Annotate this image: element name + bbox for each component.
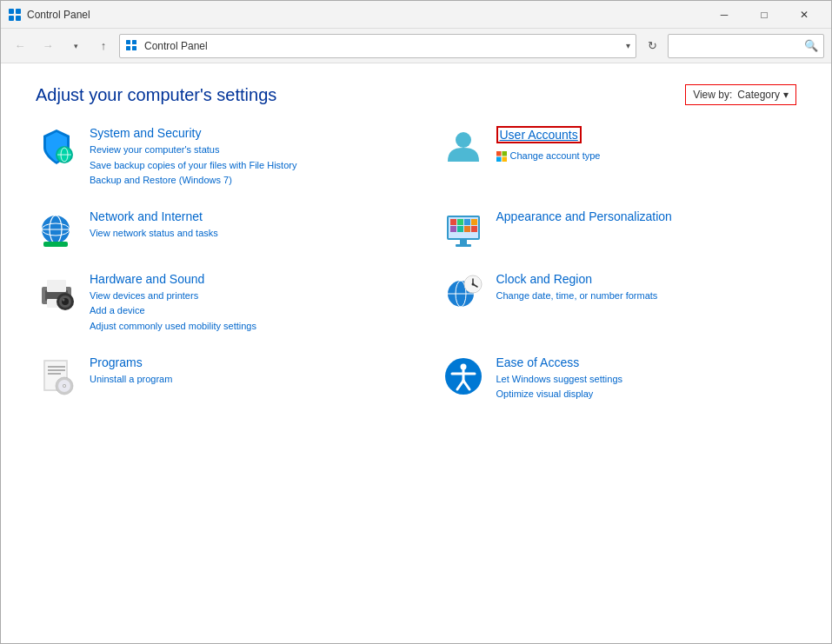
network-internet-icon [36,209,77,251]
search-input[interactable] [674,40,804,52]
user-accounts-link-1[interactable]: Change account type [510,149,601,164]
search-bar[interactable]: 🔍 [668,34,824,58]
category-user-accounts: User Accounts Change account type [443,126,797,189]
page-title: Adjust your computer's settings [36,85,276,105]
svg-rect-26 [464,219,470,225]
appearance-content: Appearance and Personalization [496,209,797,226]
title-bar-controls: ─ □ ✕ [704,1,824,29]
svg-rect-15 [496,156,502,162]
category-system-security: System and Security Review your computer… [36,126,390,189]
title-bar-left: Control Panel [8,8,90,22]
maximize-button[interactable]: □ [744,1,784,29]
minimize-button[interactable]: ─ [704,1,744,29]
clock-region-content: Clock and Region Change date, time, or n… [496,272,797,304]
svg-point-41 [63,298,65,301]
programs-title[interactable]: Programs [90,355,390,369]
hardware-sound-content: Hardware and Sound View devices and prin… [90,272,390,335]
nav-bar: ← → ▾ ↑ Control Panel ▾ ↻ 🔍 [1,29,831,63]
clock-region-icon [443,272,484,314]
system-security-link-2[interactable]: Save backup copies of your files with Fi… [90,158,390,174]
svg-rect-14 [502,151,507,156]
svg-rect-21 [43,242,68,247]
ease-of-access-link-2[interactable]: Optimize visual display [496,387,797,402]
network-internet-title[interactable]: Network and Internet [90,209,390,223]
up-button[interactable]: ↑ [91,34,116,58]
svg-rect-24 [450,219,456,225]
address-text: Control Panel [144,40,621,52]
up-icon: ↑ [101,39,107,52]
view-by-dropdown-icon: ▾ [783,89,789,101]
hardware-sound-link-2[interactable]: Add a device [90,303,390,319]
system-security-link-3[interactable]: Backup and Restore (Windows 7) [90,173,390,189]
svg-point-58 [63,385,65,387]
view-by-label: View by: [693,89,732,101]
svg-point-12 [456,132,471,148]
svg-rect-29 [457,226,463,232]
clock-region-link-1[interactable]: Change date, time, or number formats [496,289,797,304]
svg-rect-2 [9,16,14,21]
back-icon: ← [15,39,26,52]
back-button[interactable]: ← [8,34,32,58]
forward-icon: → [43,39,54,52]
address-bar-icon [125,39,139,53]
programs-link-1[interactable]: Uninstall a program [90,372,390,388]
svg-rect-1 [16,9,21,14]
svg-rect-27 [471,219,477,225]
address-dropdown-icon[interactable]: ▾ [626,41,630,50]
svg-rect-36 [47,280,66,292]
address-bar[interactable]: Control Panel ▾ [119,34,636,58]
appearance-title[interactable]: Appearance and Personalization [496,209,797,223]
category-ease-of-access: Ease of Access Let Windows suggest setti… [443,355,797,402]
system-security-title[interactable]: System and Security [90,126,390,140]
svg-rect-25 [457,219,463,225]
hardware-sound-title[interactable]: Hardware and Sound [90,272,390,286]
window-title: Control Panel [27,9,90,21]
hardware-sound-link-3[interactable]: Adjust commonly used mobility settings [90,319,390,335]
main-content: Adjust your computer's settings View by:… [1,63,831,643]
network-internet-link-1[interactable]: View network status and tasks [90,226,390,242]
view-by-dropdown[interactable]: Category ▾ [737,89,789,101]
hardware-sound-icon [36,272,77,314]
svg-rect-33 [456,244,471,247]
system-security-link-1[interactable]: Review your computer's status [90,143,390,158]
window-icon [8,8,22,22]
ease-of-access-content: Ease of Access Let Windows suggest setti… [496,355,797,402]
svg-rect-3 [16,16,21,21]
network-internet-content: Network and Internet View network status… [90,209,390,242]
user-accounts-title[interactable]: User Accounts [496,126,582,143]
svg-rect-0 [9,9,14,14]
appearance-icon [443,209,484,251]
svg-rect-4 [126,40,130,44]
svg-rect-31 [471,226,477,232]
refresh-button[interactable]: ↻ [640,34,664,58]
svg-rect-5 [132,40,136,44]
svg-rect-28 [450,226,456,232]
clock-region-title[interactable]: Clock and Region [496,272,797,286]
search-icon: 🔍 [804,39,818,52]
dropdown-icon: ▾ [74,42,78,50]
svg-rect-32 [460,240,467,244]
control-panel-window: Control Panel ─ □ ✕ ← → ▾ ↑ [0,0,832,644]
hardware-sound-link-1[interactable]: View devices and printers [90,289,390,304]
close-button[interactable]: ✕ [784,1,824,29]
user-accounts-content: User Accounts Change account type [496,126,797,164]
windows-logo-icon [496,151,507,162]
category-network-internet: Network and Internet View network status… [36,209,390,251]
user-accounts-icon [443,126,484,168]
dropdown-button[interactable]: ▾ [63,34,88,58]
svg-rect-6 [126,46,130,50]
svg-rect-30 [464,226,470,232]
refresh-icon: ↻ [648,39,657,52]
ease-of-access-link-1[interactable]: Let Windows suggest settings [496,372,797,388]
title-bar: Control Panel ─ □ ✕ [1,1,831,29]
svg-point-49 [471,282,474,285]
view-by-control[interactable]: View by: Category ▾ [685,84,796,105]
svg-rect-16 [502,156,507,162]
category-clock-region: Clock and Region Change date, time, or n… [443,272,797,335]
categories-grid: System and Security Review your computer… [36,126,796,423]
forward-button[interactable]: → [36,34,60,58]
svg-rect-7 [132,46,136,50]
ease-of-access-title[interactable]: Ease of Access [496,355,797,369]
category-hardware-sound: Hardware and Sound View devices and prin… [36,272,390,335]
category-programs: Programs Uninstall a program [36,355,390,402]
